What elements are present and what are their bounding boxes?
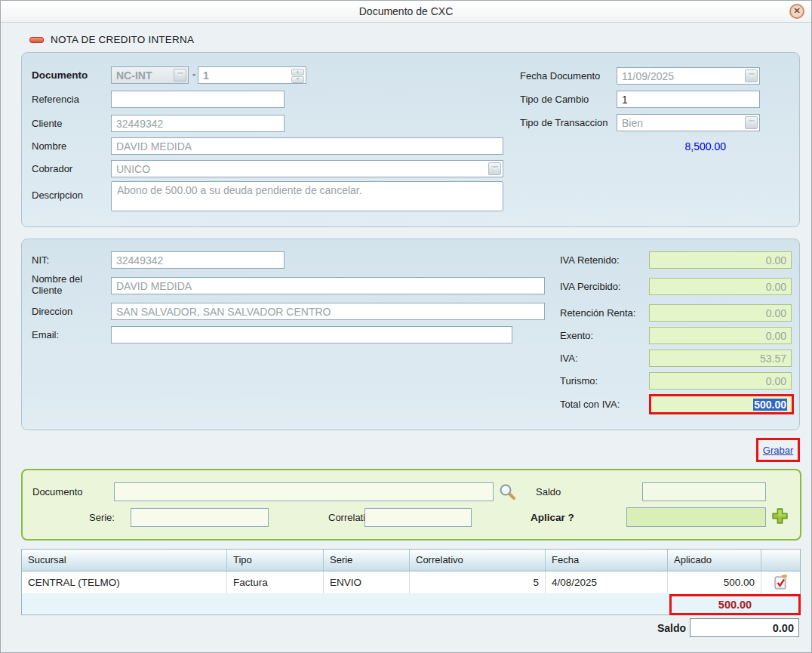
aplicar-label: Aplicar ? <box>531 512 574 523</box>
doc-number-value: 1 <box>203 69 209 82</box>
exento-value: 0.00 <box>766 330 786 342</box>
doc-number-spinner[interactable]: 1 ▲ ▼ <box>198 66 306 84</box>
cell-serie: ENVIO <box>324 571 410 594</box>
turismo-label: Turismo: <box>560 375 598 387</box>
iva-retenido-value: 0.00 <box>766 254 786 266</box>
col-header-serie[interactable]: Serie <box>324 550 410 571</box>
doc-number-separator: - <box>192 69 195 80</box>
collapse-minus-icon[interactable] <box>29 37 44 43</box>
tipo-transaccion-value: Bien <box>622 117 643 129</box>
exento-input[interactable]: 0.00 <box>649 327 792 344</box>
aplicar-input[interactable] <box>626 507 766 527</box>
iva-percibido-value: 0.00 <box>766 281 786 293</box>
retencion-renta-label: Retención Renta: <box>560 307 635 319</box>
descripcion-value: Abono de 500.00 a su deuda pendiente de … <box>117 184 362 196</box>
iva-value: 53.57 <box>760 353 786 365</box>
serie-input[interactable] <box>131 508 269 527</box>
add-plus-icon[interactable] <box>770 507 789 528</box>
nombre-label: Nombre <box>32 140 66 152</box>
apply-documento-label: Documento <box>32 486 82 497</box>
direccion-label: Direccion <box>32 306 72 317</box>
tipo-cambio-label: Tipo de Cambio <box>520 94 589 105</box>
apply-panel: Documento Saldo Serie: Correlativo Aplic… <box>21 469 801 541</box>
chevron-down-icon[interactable] <box>745 116 758 129</box>
cell-sucursal: CENTRAL (TELMO) <box>22 571 227 594</box>
documents-table: Sucursal Tipo Serie Correlativo Fecha Ap… <box>21 549 801 595</box>
cell-aplicado: 500.00 <box>668 571 761 594</box>
tipo-cambio-value: 1 <box>622 94 628 106</box>
nit-input[interactable]: 32449342 <box>111 251 285 269</box>
close-icon[interactable]: ✕ <box>789 4 804 19</box>
doc-type-select[interactable]: NC-INT <box>111 66 189 84</box>
cliente-input[interactable]: 32449342 <box>111 115 285 132</box>
iva-label: IVA: <box>560 353 578 364</box>
cell-tipo: Factura <box>227 571 324 594</box>
iva-percibido-label: IVA Percibido: <box>560 281 621 292</box>
cobrador-label: Cobrador <box>32 163 72 174</box>
search-icon[interactable] <box>498 482 516 504</box>
apply-documento-input[interactable] <box>114 482 494 501</box>
fecha-documento-select[interactable]: 11/09/2025 <box>617 67 760 85</box>
direccion-input[interactable]: SAN SALVADOR, SAN SALVADOR CENTRO <box>111 303 545 320</box>
client-panel: NIT: 32449342 Nombre del Cliente DAVID M… <box>21 239 800 430</box>
nombre-cliente-input[interactable]: DAVID MEDIDA <box>111 277 545 294</box>
fecha-documento-value: 11/09/2025 <box>622 70 674 82</box>
retencion-renta-input[interactable]: 0.00 <box>649 304 792 322</box>
total-con-iva-input[interactable]: 500.00 <box>649 394 794 414</box>
nombre-cliente-value: DAVID MEDIDA <box>116 280 192 292</box>
cell-correlativo: 5 <box>410 571 546 594</box>
correlativo-input[interactable] <box>364 508 472 527</box>
grabar-link[interactable]: Grabar <box>763 445 793 456</box>
referencia-input[interactable] <box>111 91 285 108</box>
email-input[interactable] <box>111 326 512 343</box>
tipo-cambio-input[interactable]: 1 <box>617 91 760 108</box>
tipo-transaccion-select[interactable]: Bien <box>617 114 760 131</box>
table-row[interactable]: CENTRAL (TELMO) Factura ENVIO 5 4/08/202… <box>22 571 800 594</box>
nit-value: 32449342 <box>116 254 163 266</box>
saldo-pendiente-value: 8,500.00 <box>617 140 726 152</box>
tipo-transaccion-label: Tipo de Transaccion <box>520 117 608 128</box>
grabar-button-frame: Grabar <box>756 438 800 462</box>
col-header-sucursal[interactable]: Sucursal <box>22 550 227 571</box>
fecha-documento-label: Fecha Documento <box>520 70 600 82</box>
col-header-correlativo[interactable]: Correlativo <box>410 550 546 571</box>
iva-retenido-label: IVA Retenido: <box>560 254 620 266</box>
chevron-down-icon[interactable] <box>488 162 501 175</box>
table-header-row: Sucursal Tipo Serie Correlativo Fecha Ap… <box>22 550 800 571</box>
apply-saldo-label: Saldo <box>536 486 561 497</box>
spinner-down-icon[interactable]: ▼ <box>291 76 304 83</box>
descripcion-textarea[interactable]: Abono de 500.00 a su deuda pendiente de … <box>111 181 503 211</box>
footer-saldo-input[interactable]: 0.00 <box>690 618 799 637</box>
turismo-value: 0.00 <box>766 375 786 387</box>
chevron-down-icon[interactable] <box>174 69 186 82</box>
iva-percibido-input[interactable]: 0.00 <box>649 278 792 295</box>
iva-retenido-input[interactable]: 0.00 <box>649 251 792 269</box>
nombre-cliente-label: Nombre del Cliente <box>32 273 103 296</box>
retencion-renta-value: 0.00 <box>766 307 786 319</box>
nit-label: NIT: <box>32 254 49 266</box>
dialog-documento-cxc: Documento de CXC ✕ NOTA DE CREDITO INTER… <box>0 0 812 653</box>
spinner-up-icon[interactable]: ▲ <box>291 69 304 75</box>
col-header-aplicado[interactable]: Aplicado <box>668 550 761 571</box>
referencia-label: Referencia <box>32 94 79 105</box>
document-panel: Documento NC-INT - 1 ▲ ▼ Referencia Clie… <box>21 52 800 227</box>
col-header-tipo[interactable]: Tipo <box>227 550 324 571</box>
footer-saldo-value: 0.00 <box>773 622 794 634</box>
dialog-title: Documento de CXC <box>1 5 811 17</box>
doc-type-value: NC-INT <box>116 69 152 82</box>
cobrador-select[interactable]: UNICO <box>111 160 503 177</box>
nombre-value: DAVID MEDIDA <box>116 140 192 152</box>
total-con-iva-label: Total con IVA: <box>560 399 620 410</box>
apply-saldo-input[interactable] <box>642 482 766 501</box>
col-header-fecha[interactable]: Fecha <box>546 550 668 571</box>
email-label: Email: <box>32 329 59 340</box>
edit-row-icon[interactable] <box>773 574 789 593</box>
nombre-input[interactable]: DAVID MEDIDA <box>111 137 503 155</box>
iva-input[interactable]: 53.57 <box>649 350 792 367</box>
direccion-value: SAN SALVADOR, SAN SALVADOR CENTRO <box>116 306 331 318</box>
documento-label: Documento <box>32 69 88 81</box>
chevron-down-icon[interactable] <box>745 69 758 82</box>
total-con-iva-value: 500.00 <box>753 399 787 411</box>
turismo-input[interactable]: 0.00 <box>649 372 792 390</box>
descripcion-label: Descripcion <box>32 189 83 201</box>
